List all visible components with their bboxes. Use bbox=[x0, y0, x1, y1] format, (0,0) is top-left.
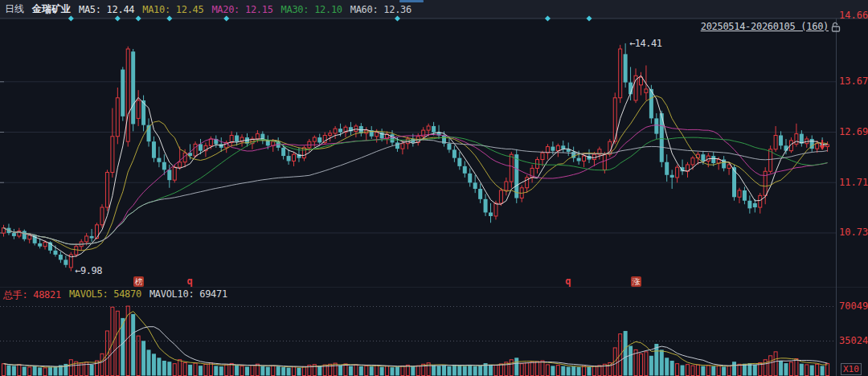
volume-unit-label: X10 bbox=[841, 363, 862, 375]
volume-header: 总手: 48821 MAVOL5: 54870 MAVOL10: 69471 bbox=[3, 288, 227, 302]
date-range-label[interactable]: 20250514-20260105 (160) bbox=[701, 21, 829, 32]
mavol10-legend: MAVOL10: 69471 bbox=[149, 288, 227, 302]
unlock-icon[interactable] bbox=[831, 21, 841, 31]
chart-canvas[interactable] bbox=[0, 0, 868, 376]
mavol5-legend: MAVOL5: 54870 bbox=[69, 288, 141, 302]
volume-total-label: 总手: 48821 bbox=[3, 288, 61, 302]
trading-app-screen: 日线 金瑞矿业 MA5: 12.44 MA10: 12.45 MA20: 12.… bbox=[0, 0, 868, 376]
